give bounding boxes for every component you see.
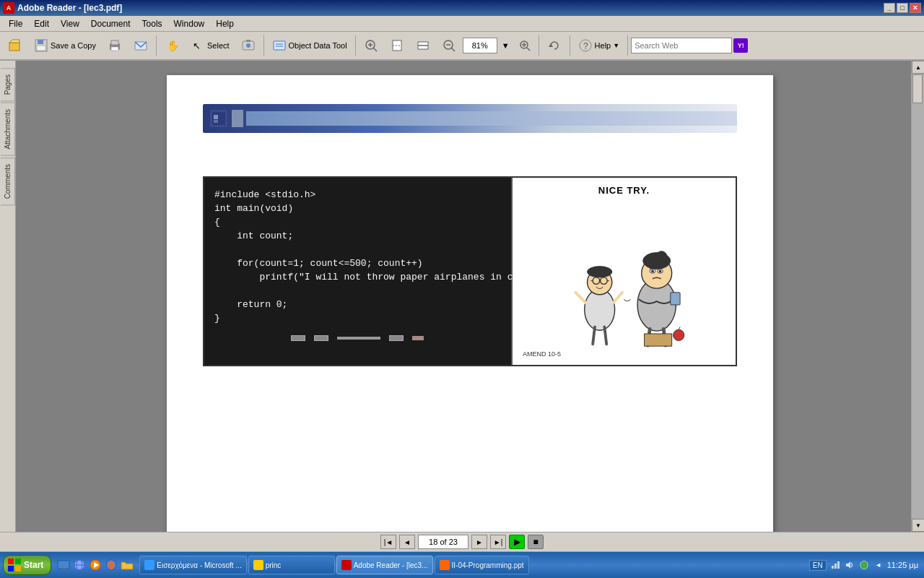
scroll-down-button[interactable]: ▼ xyxy=(912,519,924,532)
yahoo-icon[interactable]: Y! xyxy=(733,38,748,53)
svg-text:↖: ↖ xyxy=(193,40,201,51)
network-tray-icon[interactable] xyxy=(829,559,841,571)
volume-tray-icon[interactable] xyxy=(844,559,855,571)
close-button[interactable]: ✕ xyxy=(910,3,921,13)
svg-rect-4 xyxy=(37,46,45,51)
task-ppt-label: II-04-Programming.ppt xyxy=(452,561,524,569)
svg-text:✋: ✋ xyxy=(167,40,179,52)
open-button[interactable] xyxy=(3,34,27,57)
menu-file[interactable]: File xyxy=(3,17,28,30)
zoom-input[interactable] xyxy=(463,38,497,53)
stop-button[interactable]: ■ xyxy=(528,535,544,549)
hand-icon: ✋ xyxy=(165,38,179,53)
cartoon-drawing xyxy=(544,203,703,348)
email-icon xyxy=(134,38,148,53)
svg-line-48 xyxy=(593,327,596,344)
menu-help[interactable]: Help xyxy=(210,17,240,30)
taskbar-right: EN ◄ 11:25 μμ xyxy=(809,559,921,571)
menu-edit[interactable]: Edit xyxy=(28,17,55,30)
svg-line-26 xyxy=(451,48,455,51)
expand-tray-icon[interactable]: ◄ xyxy=(873,559,884,571)
zoom-dropdown-button[interactable]: ▼ xyxy=(499,34,513,57)
chalkboard-ledge xyxy=(214,335,501,341)
object-data-tool-label: Object Data Tool xyxy=(289,41,347,50)
firefox-icon[interactable] xyxy=(104,558,118,572)
code-line-3: { xyxy=(214,217,501,228)
scroll-thumb[interactable] xyxy=(912,74,923,103)
help-button[interactable]: ? Help ▼ xyxy=(573,34,625,57)
first-page-button[interactable]: |◄ xyxy=(380,535,396,549)
page-indicator: 18 of 23 xyxy=(418,535,468,549)
slide-title-icon2 xyxy=(232,110,243,127)
hand-tool-button[interactable]: ✋ xyxy=(160,34,184,57)
ie-icon[interactable] xyxy=(72,558,87,572)
title-bar-controls[interactable]: _ □ ✕ xyxy=(884,3,921,13)
separator-6 xyxy=(627,35,628,56)
svg-text:?: ? xyxy=(583,41,588,51)
menu-tools[interactable]: Tools xyxy=(136,17,168,30)
svg-rect-76 xyxy=(832,566,834,569)
attachments-tab[interactable]: Attachments xyxy=(1,103,15,156)
svg-rect-3 xyxy=(38,40,43,44)
svg-rect-68 xyxy=(58,561,69,569)
media-icon[interactable] xyxy=(88,558,103,572)
slide-title-icon xyxy=(210,110,227,127)
object-data-tool-button[interactable]: Object Data Tool xyxy=(267,34,352,57)
fit-page-button[interactable] xyxy=(385,34,409,57)
menu-window[interactable]: Window xyxy=(168,17,211,30)
window-title: Adobe Reader - [lec3.pdf] xyxy=(17,3,122,13)
snapshot-button[interactable] xyxy=(236,34,261,57)
play-button[interactable]: ▶ xyxy=(509,535,525,549)
select-label: Select xyxy=(207,41,230,50)
task-adobe[interactable]: Adobe Reader - [lec3... xyxy=(336,556,433,574)
rotate-button[interactable] xyxy=(542,34,567,57)
task-outlook[interactable]: Εισερχόμενα - Microsoft ... xyxy=(139,556,246,574)
taskbar-time: 11:25 μμ xyxy=(887,561,918,569)
fit-width-button[interactable] xyxy=(411,34,435,57)
cartoon-image: #include <stdio.h> int main(void) { int … xyxy=(203,176,737,366)
menu-document[interactable]: Document xyxy=(85,17,136,30)
adobe-icon xyxy=(341,560,352,570)
last-page-button[interactable]: ►| xyxy=(490,535,506,549)
separator-3 xyxy=(355,35,356,56)
svg-point-57 xyxy=(659,269,662,272)
svg-point-12 xyxy=(246,43,250,48)
scroll-up-button[interactable]: ▲ xyxy=(912,61,924,74)
task-princ[interactable]: princ xyxy=(248,556,335,574)
svg-point-38 xyxy=(585,289,615,330)
vertical-scrollbar: ▲ ▼ xyxy=(911,61,924,532)
code-line-7: printf("I will not throw paper airplanes… xyxy=(214,272,501,282)
search-web-input[interactable] xyxy=(631,38,732,53)
svg-line-49 xyxy=(605,327,607,344)
pages-tab[interactable]: Pages xyxy=(1,68,15,101)
fit-width-icon xyxy=(416,38,430,53)
antivirus-tray-icon[interactable] xyxy=(858,559,870,571)
language-indicator[interactable]: EN xyxy=(809,560,827,571)
zoom-in-small-button[interactable] xyxy=(514,34,536,57)
slide-title-bar xyxy=(203,104,737,133)
next-page-button[interactable]: ► xyxy=(471,535,487,549)
email-button[interactable] xyxy=(128,34,153,57)
maximize-button[interactable]: □ xyxy=(897,3,908,13)
svg-rect-64 xyxy=(8,558,14,564)
rotate-icon xyxy=(547,38,562,53)
zoom-out-button[interactable] xyxy=(437,34,461,57)
show-desktop-icon[interactable] xyxy=(56,558,71,572)
help-label: Help xyxy=(595,41,611,50)
save-copy-button[interactable]: Save a Copy xyxy=(29,34,101,57)
folder-icon[interactable] xyxy=(120,558,134,572)
prev-page-button[interactable]: ◄ xyxy=(399,535,415,549)
zoom-in-button[interactable] xyxy=(359,34,383,57)
ppt-icon xyxy=(440,560,450,570)
task-ppt[interactable]: II-04-Programming.ppt xyxy=(435,556,529,574)
fit-page-icon xyxy=(390,38,404,53)
task-adobe-label: Adobe Reader - [lec3... xyxy=(354,561,428,569)
comments-tab[interactable]: Comments xyxy=(1,158,15,205)
start-button[interactable]: Start xyxy=(3,555,51,575)
menu-view[interactable]: View xyxy=(55,17,85,30)
print-button[interactable] xyxy=(103,34,127,57)
minimize-button[interactable]: _ xyxy=(884,3,895,13)
taskbar-quick xyxy=(56,558,134,572)
select-button[interactable]: ↖ Select xyxy=(186,34,235,57)
task-outlook-label: Εισερχόμενα - Microsoft ... xyxy=(157,561,241,569)
